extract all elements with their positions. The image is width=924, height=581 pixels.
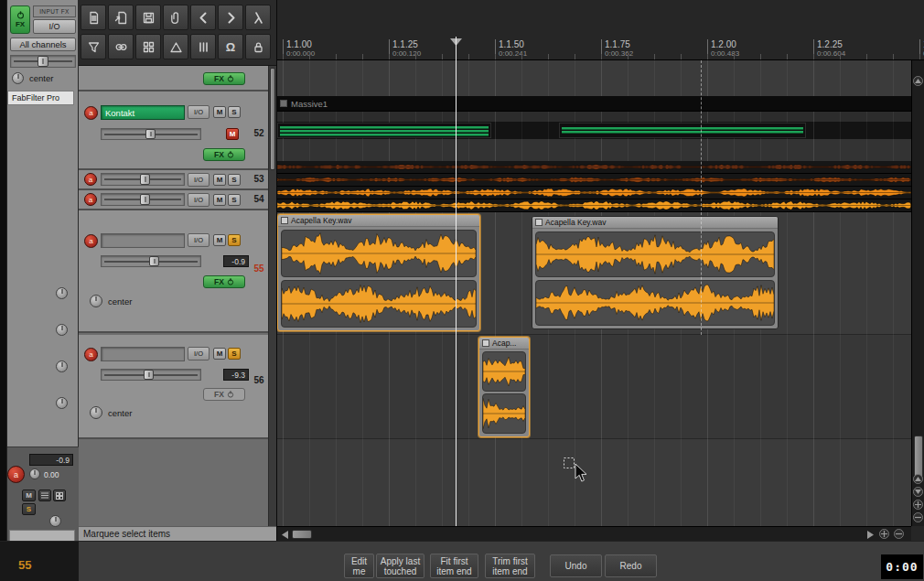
volume-fader[interactable] bbox=[101, 173, 185, 186]
scroll-right-button[interactable] bbox=[865, 529, 876, 540]
track-number[interactable]: 55 bbox=[251, 264, 267, 274]
track-panel-partial[interactable]: FX bbox=[79, 66, 268, 91]
io-button[interactable]: I/O bbox=[188, 347, 210, 360]
audio-item-collapsed[interactable] bbox=[277, 174, 911, 187]
mute-button[interactable]: M bbox=[213, 234, 226, 246]
razor-tool-button[interactable] bbox=[245, 5, 271, 30]
midi-item[interactable] bbox=[559, 123, 806, 138]
mute-button[interactable]: M bbox=[213, 194, 226, 206]
scroll-up-button[interactable] bbox=[913, 76, 923, 86]
record-arm-button[interactable]: a bbox=[84, 106, 98, 120]
attach-button[interactable] bbox=[163, 5, 188, 30]
undo-button[interactable]: Undo bbox=[550, 554, 602, 577]
master-routing-button[interactable] bbox=[38, 490, 51, 501]
fader-handle[interactable] bbox=[144, 370, 154, 380]
solo-button[interactable]: S bbox=[228, 174, 241, 186]
solo-button[interactable]: S bbox=[228, 106, 241, 118]
media-item-massive[interactable]: Massive1 bbox=[277, 96, 911, 112]
track-panel-53[interactable]: a I/O M S 53 bbox=[79, 170, 268, 190]
fader-handle[interactable] bbox=[145, 129, 156, 139]
arrange-lanes[interactable]: Massive1 Acapella Key.wav bbox=[277, 60, 911, 526]
action-apply-last-touched-button[interactable]: Apply last touched bbox=[376, 554, 424, 578]
nudge-left-button[interactable] bbox=[190, 5, 216, 30]
record-arm-button[interactable]: a bbox=[84, 348, 98, 361]
master-io-button[interactable]: I/O bbox=[33, 19, 76, 34]
volume-fader[interactable] bbox=[101, 255, 201, 267]
track-name-field[interactable]: Kontakt bbox=[101, 105, 185, 120]
mute-button[interactable]: M bbox=[213, 106, 226, 118]
save-project-button[interactable] bbox=[135, 5, 161, 30]
io-button[interactable]: I/O bbox=[188, 233, 210, 247]
tcp-scrollbar[interactable] bbox=[268, 66, 276, 526]
vertical-scrollbar-thumb[interactable] bbox=[914, 436, 923, 479]
master-pan-fader[interactable] bbox=[10, 55, 76, 68]
master-record-arm-button[interactable]: a bbox=[7, 466, 25, 483]
fx-button[interactable]: FX bbox=[203, 275, 245, 288]
send-knob[interactable] bbox=[56, 397, 68, 409]
audio-item-collapsed[interactable] bbox=[277, 187, 911, 199]
envelope-button[interactable] bbox=[163, 34, 188, 59]
record-arm-button[interactable]: a bbox=[84, 234, 98, 248]
solo-button[interactable]: S bbox=[228, 348, 241, 360]
fx-button[interactable]: FX bbox=[203, 72, 245, 85]
io-button[interactable]: I/O bbox=[188, 193, 210, 207]
tcp-scrollbar-thumb[interactable] bbox=[270, 68, 275, 170]
action-fit-first-item-end-button[interactable]: Fit first item end bbox=[430, 554, 478, 578]
vertical-zoom-out-button[interactable] bbox=[913, 512, 923, 522]
solo-button[interactable]: S bbox=[228, 194, 241, 206]
master-mute-button[interactable]: M bbox=[22, 490, 36, 501]
fader-handle[interactable] bbox=[140, 194, 150, 205]
snap-toggle-button[interactable]: Ω bbox=[218, 34, 243, 59]
media-item-acapella-2[interactable]: Acapella Key.wav bbox=[532, 216, 779, 329]
track-panel-55[interactable]: a I/O M S -0.9 55 FX center bbox=[79, 210, 268, 333]
fader-handle[interactable] bbox=[38, 56, 48, 67]
zoom-out-button[interactable] bbox=[894, 529, 904, 539]
track-number[interactable]: 52 bbox=[251, 128, 267, 138]
media-item-acapella-small[interactable]: Acap... bbox=[478, 337, 530, 437]
audio-item-collapsed[interactable] bbox=[277, 161, 911, 174]
action-edit-me-button[interactable]: Edit me bbox=[344, 554, 374, 578]
vertical-zoom-in-button[interactable] bbox=[913, 500, 923, 510]
timeline-ruler[interactable]: 1.1.000:00.000 1.1.250:00.120 1.1.500:00… bbox=[277, 37, 924, 60]
vertical-scrollbar[interactable] bbox=[911, 60, 924, 526]
mute-indicator-button[interactable]: M bbox=[226, 128, 239, 140]
volume-fader[interactable] bbox=[101, 369, 201, 381]
scroll-up-button-2[interactable] bbox=[913, 474, 923, 484]
io-button[interactable]: I/O bbox=[188, 105, 210, 119]
track-panel-56[interactable]: a I/O M S -9.3 56 FX center bbox=[79, 335, 268, 439]
track-number[interactable]: 53 bbox=[251, 174, 267, 184]
lock-button[interactable] bbox=[245, 34, 271, 59]
record-arm-button[interactable]: a bbox=[84, 173, 97, 186]
mute-button[interactable]: M bbox=[213, 174, 226, 186]
scroll-down-button[interactable] bbox=[913, 487, 923, 497]
item-title-bar[interactable]: Acap... bbox=[479, 338, 529, 350]
track-name-field[interactable] bbox=[101, 233, 185, 248]
media-item-acapella-1[interactable]: Acapella Key.wav bbox=[277, 214, 480, 331]
pan-knob[interactable] bbox=[90, 406, 102, 419]
nudge-right-button[interactable] bbox=[218, 5, 243, 30]
midi-item[interactable] bbox=[277, 123, 491, 138]
pan-knob[interactable] bbox=[90, 295, 102, 307]
open-project-button[interactable] bbox=[108, 5, 134, 30]
master-mode-button[interactable] bbox=[53, 490, 66, 501]
audio-item-collapsed[interactable] bbox=[277, 199, 911, 212]
master-width-knob[interactable] bbox=[49, 515, 61, 527]
item-title-bar[interactable]: Acapella Key.wav bbox=[278, 215, 479, 227]
track-name-field[interactable] bbox=[101, 347, 185, 361]
horizontal-scrollbar-thumb[interactable] bbox=[292, 530, 312, 539]
io-button[interactable]: I/O bbox=[188, 173, 210, 187]
link-button[interactable] bbox=[108, 34, 134, 59]
master-fx-button[interactable]: FX bbox=[10, 5, 30, 34]
mute-button[interactable]: M bbox=[213, 348, 226, 360]
send-knob[interactable] bbox=[56, 324, 68, 336]
fader-handle[interactable] bbox=[149, 256, 159, 266]
horizontal-scrollbar[interactable] bbox=[277, 526, 911, 541]
track-panel-54[interactable]: a I/O M S 54 bbox=[79, 190, 268, 210]
scroll-left-button[interactable] bbox=[279, 529, 290, 540]
master-fx-slot[interactable]: FabFilter Pro bbox=[7, 91, 74, 105]
master-solo-button[interactable]: S bbox=[22, 503, 36, 515]
zoom-in-button[interactable] bbox=[879, 529, 889, 539]
track-number[interactable]: 54 bbox=[251, 194, 267, 204]
snap-lines-button[interactable] bbox=[190, 34, 216, 59]
record-arm-button[interactable]: a bbox=[84, 193, 97, 206]
